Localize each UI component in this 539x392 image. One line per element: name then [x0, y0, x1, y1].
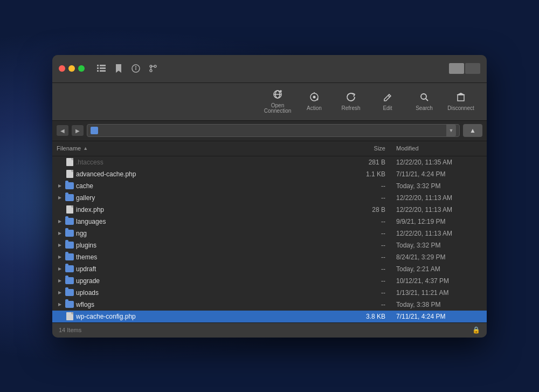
back-button[interactable]: ◀ — [57, 125, 68, 136]
list-item[interactable]: ▶gallery--12/22/20, 11:13 AM — [52, 192, 487, 204]
expand-button[interactable]: ▶ — [57, 290, 63, 296]
svg-rect-0 — [97, 65, 99, 66]
action-button[interactable]: ▾ Action — [297, 86, 331, 116]
svg-point-24 — [421, 94, 426, 99]
svg-rect-1 — [100, 65, 106, 66]
minimize-button[interactable] — [68, 65, 75, 72]
size-column-header[interactable]: Size — [348, 145, 396, 152]
folder-icon — [65, 217, 74, 226]
close-button[interactable] — [59, 65, 65, 72]
list-item[interactable]: ▶ngg--12/22/20, 11:13 AM — [52, 228, 487, 239]
thumb-1[interactable] — [449, 63, 464, 74]
svg-rect-27 — [458, 95, 464, 101]
search-icon — [419, 92, 429, 104]
expand-button[interactable]: ▶ — [57, 218, 63, 225]
list-item[interactable]: ▶upgrade--10/12/21, 4:37 PM — [52, 275, 487, 287]
expand-button[interactable]: ▶ — [57, 195, 63, 201]
thumbnail-area — [449, 63, 480, 74]
connection-icon[interactable] — [147, 63, 159, 74]
expand-button — [57, 171, 63, 177]
main-window: Open Connection ▾ Action Refresh — [52, 55, 487, 338]
expand-button[interactable]: ▶ — [57, 278, 63, 284]
list-item[interactable]: wp-cache-config.php3.8 KB7/11/21, 4:24 P… — [52, 311, 487, 322]
column-headers: Filename ▲ Size Modified — [52, 141, 487, 156]
list-item[interactable]: ▶plugins--Today, 3:32 PM — [52, 239, 487, 251]
open-connection-button[interactable]: Open Connection — [260, 86, 295, 116]
action-icon: ▾ — [309, 92, 319, 104]
search-button[interactable]: Search — [407, 86, 441, 116]
file-size: -- — [348, 265, 396, 273]
file-name: uploads — [76, 289, 348, 297]
file-name: cache — [76, 182, 348, 190]
list-item[interactable]: ▶updraft--Today, 2:21 AM — [52, 263, 487, 275]
expand-button — [57, 207, 63, 213]
file-modified: Today, 3:32 PM — [396, 182, 482, 190]
file-size: -- — [348, 253, 396, 261]
open-connection-label: Open Connection — [260, 103, 295, 114]
file-size: -- — [348, 289, 396, 297]
svg-text:▾: ▾ — [316, 97, 319, 102]
file-modified: 12/22/20, 11:35 AM — [396, 159, 482, 166]
file-modified: 7/11/21, 4:24 PM — [396, 170, 482, 178]
list-item[interactable]: ▶uploads--1/13/21, 11:21 AM — [52, 287, 487, 299]
path-input-container[interactable]: ▼ — [87, 124, 460, 137]
file-icon — [65, 170, 74, 178]
action-label: Action — [307, 106, 322, 111]
list-item[interactable]: ▶languages--9/9/21, 12:19 PM — [52, 216, 487, 228]
title-bar — [52, 55, 487, 83]
traffic-lights — [59, 65, 85, 72]
file-name: wflogs — [76, 301, 348, 308]
info-icon[interactable] — [130, 63, 142, 74]
upload-button[interactable]: ▲ — [463, 124, 482, 137]
forward-button[interactable]: ▶ — [72, 125, 84, 136]
expand-button[interactable]: ▶ — [57, 230, 63, 237]
disconnect-label: Disconnect — [447, 106, 474, 111]
disconnect-icon — [456, 92, 466, 104]
address-bar: ◀ ▶ ▼ ▲ — [52, 121, 487, 141]
file-modified: 10/12/21, 4:37 PM — [396, 277, 482, 285]
edit-label: Edit — [383, 106, 392, 111]
file-name: themes — [76, 253, 348, 261]
disconnect-button[interactable]: Disconnect — [444, 86, 478, 116]
file-name: wp-cache-config.php — [76, 313, 348, 320]
lock-icon: 🔒 — [472, 326, 480, 334]
bookmark-icon[interactable] — [113, 63, 125, 74]
svg-line-23 — [388, 95, 390, 97]
file-size: -- — [348, 194, 396, 202]
file-size: 281 B — [348, 159, 396, 166]
maximize-button[interactable] — [78, 65, 85, 72]
list-view-icon[interactable] — [95, 63, 107, 74]
expand-button[interactable]: ▶ — [57, 301, 63, 308]
expand-button[interactable]: ▶ — [57, 242, 63, 249]
file-modified: 12/22/20, 11:13 AM — [396, 206, 482, 214]
list-item[interactable]: advanced-cache.php1.1 KB7/11/21, 4:24 PM — [52, 168, 487, 180]
list-item[interactable]: index.php28 B12/22/20, 11:13 AM — [52, 204, 487, 216]
file-modified: 7/11/21, 4:24 PM — [396, 313, 482, 320]
file-size: -- — [348, 242, 396, 249]
modified-column-header[interactable]: Modified — [396, 145, 482, 152]
list-item[interactable]: ▶wflogs--Today, 3:38 PM — [52, 299, 487, 311]
file-size: 28 B — [348, 206, 396, 214]
list-item[interactable]: ▶themes--8/24/21, 3:29 PM — [52, 251, 487, 263]
svg-rect-2 — [97, 67, 99, 69]
filename-column-header[interactable]: Filename ▲ — [57, 145, 348, 152]
svg-rect-5 — [100, 70, 106, 72]
file-icon — [65, 312, 74, 321]
svg-point-8 — [136, 67, 136, 67]
refresh-button[interactable]: Refresh — [334, 86, 368, 116]
expand-button[interactable]: ▶ — [57, 254, 63, 260]
edit-button[interactable]: Edit — [370, 86, 405, 116]
file-modified: 8/24/21, 3:29 PM — [396, 253, 482, 261]
thumb-2[interactable] — [465, 63, 480, 74]
expand-button[interactable]: ▶ — [57, 183, 63, 189]
path-dropdown[interactable]: ▼ — [446, 125, 456, 136]
folder-icon — [65, 182, 74, 190]
file-size: -- — [348, 218, 396, 225]
svg-point-10 — [154, 65, 156, 67]
folder-icon — [65, 229, 74, 238]
expand-button[interactable]: ▶ — [57, 266, 63, 272]
list-item[interactable]: .htaccess281 B12/22/20, 11:35 AM — [52, 156, 487, 168]
search-label: Search — [416, 106, 433, 111]
list-item[interactable]: ▶cache--Today, 3:32 PM — [52, 180, 487, 192]
file-name: .htaccess — [76, 159, 348, 166]
